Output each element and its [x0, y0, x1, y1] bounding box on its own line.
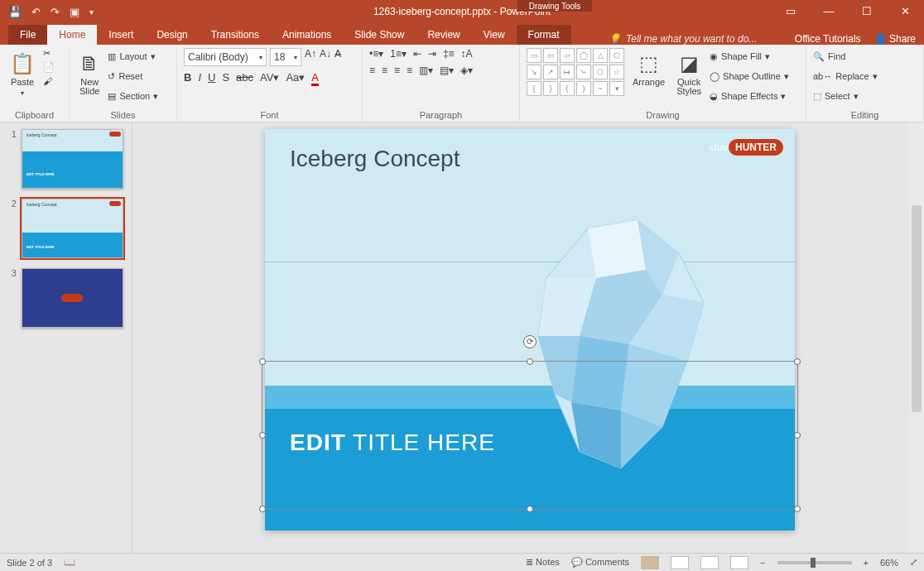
slide-title[interactable]: Iceberg Concept [290, 146, 460, 172]
slide-counter: Slide 2 of 3 [7, 558, 52, 568]
select-button[interactable]: ⬚ Select ▾ [813, 88, 878, 104]
grow-font-icon[interactable]: A↑ [305, 48, 316, 66]
numbering-button[interactable]: 1≡▾ [390, 48, 407, 60]
slide-thumbnail-2[interactable]: Iceberg Concept EDIT TITLE HERE [22, 199, 123, 258]
slide-thumbnail-1[interactable]: Iceberg Concept EDIT TITLE HERE [22, 129, 123, 189]
align-right-icon[interactable]: ≡ [394, 65, 400, 76]
vertical-scrollbar[interactable] [909, 122, 924, 553]
rotate-handle-icon[interactable]: ⟳ [523, 335, 537, 348]
ribbon-options-icon[interactable]: ▭ [772, 0, 810, 23]
slidehunter-logo: slideHUNTER [710, 139, 783, 156]
svg-marker-1 [588, 220, 646, 278]
tab-view[interactable]: View [472, 25, 517, 45]
tab-animations[interactable]: Animations [271, 25, 343, 45]
share-button[interactable]: 👤 Share [874, 33, 916, 45]
font-size-select[interactable]: 18▾ [270, 48, 301, 66]
save-icon[interactable]: 💾 [8, 6, 22, 18]
tab-review[interactable]: Review [416, 25, 471, 45]
layout-button[interactable]: ▥ Layout ▾ [108, 48, 158, 65]
office-tutorials-link[interactable]: Office Tutorials [795, 33, 861, 45]
tab-transitions[interactable]: Transitions [200, 25, 271, 45]
start-show-icon[interactable]: ▣ [70, 6, 79, 18]
zoom-slider[interactable] [777, 561, 852, 564]
replace-button[interactable]: ab↔ Replace ▾ [813, 68, 878, 84]
minimize-icon[interactable]: — [810, 0, 848, 23]
indent-inc-icon[interactable]: ⇥ [428, 48, 436, 60]
align-left-icon[interactable]: ≡ [369, 65, 375, 76]
undo-icon[interactable]: ↶ [31, 6, 41, 18]
font-family-select[interactable]: Calibri (Body)▾ [184, 48, 267, 66]
justify-icon[interactable]: ≡ [407, 65, 412, 76]
thumb-number: 1 [8, 129, 17, 189]
font-color-button[interactable]: A [311, 71, 319, 86]
bulb-icon: 💡 [609, 33, 621, 45]
group-slides-label: Slides [76, 108, 170, 120]
tell-me-input[interactable]: 💡Tell me what you want to do... [609, 33, 757, 45]
shapes-gallery[interactable]: ▭▭▱◯△⬠ ↘↗↦⤷⬡☆ {}()~▾ [527, 48, 624, 96]
shape-outline-button[interactable]: ◯ Shape Outline ▾ [710, 68, 789, 84]
align-center-icon[interactable]: ≡ [382, 65, 387, 76]
spacing-button[interactable]: AV▾ [260, 71, 279, 86]
shape-fill-button[interactable]: ◉ Shape Fill ▾ [710, 48, 789, 65]
thumb-number: 3 [8, 268, 17, 328]
bold-button[interactable]: B [184, 71, 191, 86]
sorter-view-icon[interactable] [671, 556, 689, 569]
tab-home[interactable]: Home [47, 25, 97, 45]
paste-button[interactable]: 📋Paste▾ [7, 48, 38, 99]
bullets-button[interactable]: •≡▾ [369, 48, 383, 60]
slideshow-view-icon[interactable] [730, 556, 748, 569]
normal-view-icon[interactable] [641, 556, 659, 569]
align-text-icon[interactable]: ▤▾ [440, 65, 454, 76]
new-slide-button[interactable]: 🗎New Slide [76, 48, 103, 98]
underline-button[interactable]: U [208, 71, 215, 86]
shrink-font-icon[interactable]: A↓ [320, 48, 331, 66]
reset-button[interactable]: ↺ Reset [108, 68, 158, 84]
section-button[interactable]: ▤ Section ▾ [108, 88, 158, 104]
maximize-icon[interactable]: ☐ [848, 0, 886, 23]
zoom-in-icon[interactable]: + [864, 558, 869, 568]
qat-more-icon[interactable]: ▾ [89, 7, 94, 17]
zoom-level[interactable]: 66% [880, 558, 898, 568]
group-editing-label: Editing [813, 108, 917, 120]
tab-design[interactable]: Design [145, 25, 199, 45]
fit-window-icon[interactable]: ⤢ [910, 557, 917, 568]
italic-button[interactable]: I [198, 71, 201, 86]
tab-format[interactable]: Format [517, 25, 571, 45]
comments-button[interactable]: 💬 Comments [571, 557, 629, 568]
tab-slideshow[interactable]: Slide Show [343, 25, 416, 45]
arrange-button[interactable]: ⬚Arrange [629, 48, 668, 89]
slide-editor[interactable]: Iceberg Concept slideHUNTER [132, 122, 924, 553]
spellcheck-icon[interactable]: 📖 [64, 557, 75, 568]
contextual-tab-label: Drawing Tools [517, 0, 592, 12]
clear-format-icon[interactable]: A̶ [334, 48, 341, 66]
group-font-label: Font [184, 108, 355, 120]
close-icon[interactable]: ✕ [886, 0, 924, 23]
notes-button[interactable]: ≣ Notes [526, 557, 560, 568]
cut-icon[interactable]: ✂ [43, 48, 55, 59]
slide-thumbnail-3[interactable] [22, 268, 123, 328]
smartart-icon[interactable]: ◈▾ [460, 65, 473, 76]
selection-outline[interactable]: ⟳ [262, 361, 798, 510]
text-direction-icon[interactable]: ↕A [461, 48, 473, 60]
slide-canvas[interactable]: Iceberg Concept slideHUNTER [265, 129, 795, 530]
strike-button[interactable]: abc [236, 71, 253, 86]
shadow-button[interactable]: S [222, 71, 229, 86]
tab-insert[interactable]: Insert [97, 25, 145, 45]
tab-file[interactable]: File [8, 25, 47, 45]
slide-thumbnail-pane[interactable]: 1 Iceberg Concept EDIT TITLE HERE 2 Iceb… [0, 122, 132, 553]
zoom-out-icon[interactable]: − [760, 558, 765, 568]
change-case-button[interactable]: Aa▾ [286, 71, 305, 86]
format-painter-icon[interactable]: 🖌 [43, 76, 55, 86]
group-paragraph-label: Paragraph [369, 108, 513, 120]
group-drawing-label: Drawing [527, 108, 799, 120]
find-button[interactable]: 🔍 Find [813, 48, 878, 65]
quick-styles-button[interactable]: ◪Quick Styles [673, 48, 705, 98]
reading-view-icon[interactable] [700, 556, 719, 569]
shape-effects-button[interactable]: ◒ Shape Effects ▾ [710, 88, 789, 104]
line-spacing-icon[interactable]: ‡≡ [443, 48, 455, 60]
columns-icon[interactable]: ▥▾ [419, 65, 433, 76]
copy-icon[interactable]: 📄 [43, 62, 55, 73]
indent-dec-icon[interactable]: ⇤ [413, 48, 421, 60]
thumb-number: 2 [8, 199, 17, 258]
redo-icon[interactable]: ↷ [51, 6, 60, 18]
